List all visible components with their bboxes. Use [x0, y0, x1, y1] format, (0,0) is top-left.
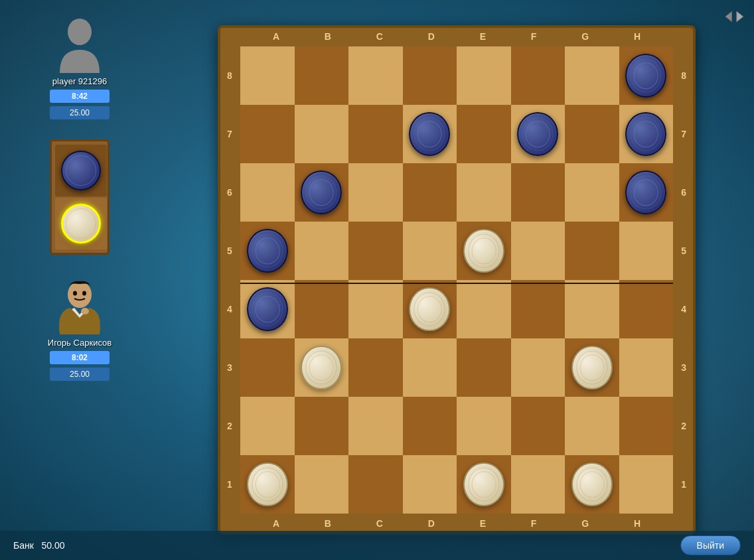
cell-3-5[interactable] — [403, 338, 457, 397]
cell-1-5[interactable] — [295, 338, 349, 397]
cell-1-6[interactable] — [295, 397, 349, 455]
dark-piece-7-1[interactable] — [625, 112, 666, 157]
cell-3-7[interactable] — [403, 455, 457, 514]
cell-0-6[interactable] — [240, 397, 295, 455]
row-label-3-left: 3 — [227, 362, 232, 373]
board-container: А В С D Е F G H A B C D E F G — [159, 0, 754, 560]
light-piece-3-4[interactable] — [409, 287, 450, 332]
light-piece-1-5[interactable] — [301, 346, 342, 390]
cell-4-2[interactable] — [457, 163, 511, 222]
dark-piece-5-1[interactable] — [517, 112, 558, 157]
preview-dark-slot — [55, 145, 107, 196]
left-arrow-icon — [724, 10, 733, 23]
player2-score: 25.00 — [50, 368, 110, 381]
cell-2-5[interactable] — [348, 338, 403, 397]
cell-4-5[interactable] — [457, 338, 511, 397]
cell-2-1[interactable] — [348, 105, 403, 163]
board-grid[interactable] — [240, 46, 673, 514]
cell-5-6[interactable] — [511, 397, 566, 455]
cell-0-0[interactable] — [240, 46, 295, 105]
cell-4-7[interactable] — [457, 455, 511, 514]
cell-6-0[interactable] — [565, 46, 619, 105]
light-piece-0-7[interactable] — [247, 462, 288, 507]
cell-1-4[interactable] — [295, 280, 349, 338]
cell-3-1[interactable] — [403, 105, 457, 163]
player1-name: player 921296 — [52, 76, 107, 86]
cell-6-6[interactable] — [565, 397, 619, 455]
dark-piece-0-3[interactable] — [247, 229, 288, 273]
cell-7-0[interactable] — [619, 46, 674, 105]
cell-7-4[interactable] — [619, 280, 674, 338]
cell-6-4[interactable] — [565, 280, 619, 338]
cell-5-7[interactable] — [511, 455, 566, 514]
exit-button[interactable]: Выйти — [680, 535, 741, 555]
cell-0-4[interactable] — [240, 280, 295, 338]
cell-4-0[interactable] — [457, 46, 511, 105]
cell-4-1[interactable] — [457, 105, 511, 163]
cell-3-0[interactable] — [403, 46, 457, 105]
cell-6-1[interactable] — [565, 105, 619, 163]
cell-5-0[interactable] — [511, 46, 566, 105]
cell-7-1[interactable] — [619, 105, 674, 163]
cell-2-2[interactable] — [348, 163, 403, 222]
cell-0-1[interactable] — [240, 105, 295, 163]
light-piece-4-7[interactable] — [463, 462, 504, 507]
cell-5-4[interactable] — [511, 280, 566, 338]
cell-7-6[interactable] — [619, 397, 674, 455]
player2-avatar — [53, 275, 106, 334]
cell-2-4[interactable] — [348, 280, 403, 338]
col-label-d-top: D — [428, 31, 435, 42]
cell-5-5[interactable] — [511, 338, 566, 397]
cell-1-1[interactable] — [295, 105, 349, 163]
cell-1-0[interactable] — [295, 46, 349, 105]
cell-4-3[interactable] — [457, 222, 511, 280]
cell-7-7[interactable] — [619, 455, 674, 514]
cell-6-2[interactable] — [565, 163, 619, 222]
cell-4-4[interactable] — [457, 280, 511, 338]
dark-piece-0-4[interactable] — [247, 287, 288, 332]
cell-1-3[interactable] — [295, 222, 349, 280]
cell-7-5[interactable] — [619, 338, 674, 397]
cell-3-4[interactable] — [403, 280, 457, 338]
row-label-1-left: 1 — [227, 479, 232, 490]
cell-7-2[interactable] — [619, 163, 674, 222]
preview-light-slot — [55, 198, 107, 249]
dark-piece-7-0[interactable] — [625, 54, 666, 98]
cell-1-7[interactable] — [295, 455, 349, 514]
light-piece-6-7[interactable] — [571, 462, 613, 507]
light-piece-4-3[interactable] — [463, 229, 504, 273]
dark-piece-1-2[interactable] — [301, 171, 342, 215]
svg-point-5 — [81, 308, 89, 315]
cell-2-3[interactable] — [348, 222, 403, 280]
col-label-g-bottom: G — [581, 518, 589, 529]
cell-3-2[interactable] — [403, 163, 457, 222]
cell-1-2[interactable] — [295, 163, 349, 222]
cell-6-7[interactable] — [565, 455, 619, 514]
cell-6-3[interactable] — [565, 222, 619, 280]
row-label-4-left: 4 — [227, 304, 232, 315]
cell-5-3[interactable] — [511, 222, 566, 280]
cell-2-0[interactable] — [348, 46, 403, 105]
row-label-8-right: 8 — [681, 70, 686, 81]
cell-3-6[interactable] — [403, 397, 457, 455]
cell-3-3[interactable] — [403, 222, 457, 280]
dark-piece-7-2[interactable] — [625, 171, 666, 215]
dark-piece-3-1[interactable] — [409, 112, 450, 157]
cell-5-1[interactable] — [511, 105, 566, 163]
cell-7-3[interactable] — [619, 222, 674, 280]
bank-amount: 50.00 — [42, 540, 65, 551]
cell-5-2[interactable] — [511, 163, 566, 222]
cell-4-6[interactable] — [457, 397, 511, 455]
cell-0-7[interactable] — [240, 455, 295, 514]
cell-0-2[interactable] — [240, 163, 295, 222]
svg-marker-6 — [725, 11, 732, 21]
cell-2-7[interactable] — [348, 455, 403, 514]
top-right-icon[interactable] — [724, 10, 744, 23]
cell-0-3[interactable] — [240, 222, 295, 280]
cell-2-6[interactable] — [348, 397, 403, 455]
cell-6-5[interactable] — [565, 338, 619, 397]
col-label-b-top: В — [325, 31, 331, 42]
light-piece-6-5[interactable] — [571, 346, 613, 390]
bank-label: Банк — [13, 540, 34, 551]
cell-0-5[interactable] — [240, 338, 295, 397]
